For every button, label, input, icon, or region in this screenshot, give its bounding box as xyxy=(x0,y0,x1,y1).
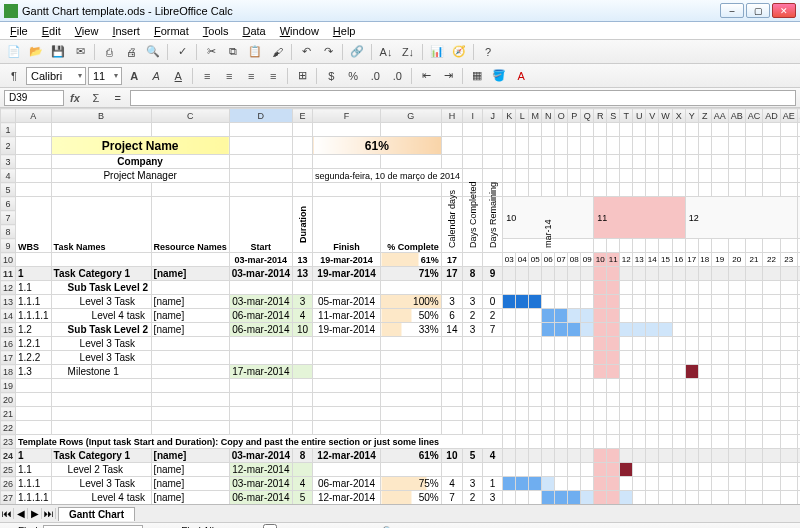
link-icon[interactable]: 🔗 xyxy=(347,42,367,62)
sort-asc-icon[interactable]: A↓ xyxy=(376,42,396,62)
bgcolor-icon[interactable]: 🪣 xyxy=(489,66,509,86)
help-icon[interactable]: ? xyxy=(478,42,498,62)
menu-help[interactable]: Help xyxy=(327,24,362,38)
close-button[interactable]: ✕ xyxy=(772,3,796,18)
tab-first-icon[interactable]: ⏮ xyxy=(0,508,14,519)
undo-icon[interactable]: ↶ xyxy=(296,42,316,62)
font-size[interactable]: 11 xyxy=(88,67,122,85)
bold-icon[interactable]: A xyxy=(124,66,144,86)
toolbar-formatting: ¶ Calibri 11 A A A ≡ ≡ ≡ ≡ ⊞ $ % .0 .0 ⇤… xyxy=(0,64,800,88)
del-dec-icon[interactable]: .0 xyxy=(387,66,407,86)
preview-icon[interactable]: 🔍 xyxy=(143,42,163,62)
email-icon[interactable]: ✉ xyxy=(70,42,90,62)
menu-insert[interactable]: Insert xyxy=(106,24,146,38)
align-left-icon[interactable]: ≡ xyxy=(197,66,217,86)
find-toolbar: ✕ Find ▲ ▼ Find All Match Case 🔍 xyxy=(0,522,800,528)
sort-desc-icon[interactable]: Z↓ xyxy=(398,42,418,62)
menu-tools[interactable]: Tools xyxy=(197,24,235,38)
pdf-icon[interactable]: ⎙ xyxy=(99,42,119,62)
menu-window[interactable]: Window xyxy=(274,24,325,38)
brush-icon[interactable]: 🖌 xyxy=(267,42,287,62)
navigator-icon[interactable]: 🧭 xyxy=(449,42,469,62)
cut-icon[interactable]: ✂ xyxy=(201,42,221,62)
minimize-button[interactable]: – xyxy=(720,3,744,18)
paste-icon[interactable]: 📋 xyxy=(245,42,265,62)
save-icon[interactable]: 💾 xyxy=(48,42,68,62)
sum-icon[interactable]: Σ xyxy=(86,88,106,108)
align-right-icon[interactable]: ≡ xyxy=(241,66,261,86)
sheet-tab[interactable]: Gantt Chart xyxy=(58,507,135,521)
inc-indent-icon[interactable]: ⇥ xyxy=(438,66,458,86)
currency-icon[interactable]: $ xyxy=(321,66,341,86)
cell-reference[interactable]: D39 xyxy=(4,90,64,106)
sheet-tabs: ⏮ ◀ ▶ ⏭ Gantt Chart xyxy=(0,504,800,522)
merge-icon[interactable]: ⊞ xyxy=(292,66,312,86)
fontcolor-icon[interactable]: A xyxy=(511,66,531,86)
tab-next-icon[interactable]: ▶ xyxy=(28,508,42,519)
copy-icon[interactable]: ⧉ xyxy=(223,42,243,62)
match-case-check[interactable]: Match Case xyxy=(220,524,376,529)
maximize-button[interactable]: ▢ xyxy=(746,3,770,18)
align-justify-icon[interactable]: ≡ xyxy=(263,66,283,86)
styles-icon[interactable]: ¶ xyxy=(4,66,24,86)
font-name[interactable]: Calibri xyxy=(26,67,86,85)
formula-input[interactable] xyxy=(130,90,796,106)
window-title: Gantt Chart template.ods - LibreOffice C… xyxy=(22,5,720,17)
align-center-icon[interactable]: ≡ xyxy=(219,66,239,86)
toolbar-standard: 📄 📂 💾 ✉ ⎙ 🖨 🔍 ✓ ✂ ⧉ 📋 🖌 ↶ ↷ 🔗 A↓ Z↓ 📊 🧭 … xyxy=(0,40,800,64)
spell-icon[interactable]: ✓ xyxy=(172,42,192,62)
print-icon[interactable]: 🖨 xyxy=(121,42,141,62)
menu-data[interactable]: Data xyxy=(236,24,271,38)
app-logo-icon xyxy=(4,4,18,18)
borders-icon[interactable]: ▦ xyxy=(467,66,487,86)
dec-indent-icon[interactable]: ⇤ xyxy=(416,66,436,86)
chart-icon[interactable]: 📊 xyxy=(427,42,447,62)
add-dec-icon[interactable]: .0 xyxy=(365,66,385,86)
redo-icon[interactable]: ↷ xyxy=(318,42,338,62)
menu-format[interactable]: Format xyxy=(148,24,195,38)
titlebar: Gantt Chart template.ods - LibreOffice C… xyxy=(0,0,800,22)
spreadsheet-grid[interactable]: ABCDEFGHIJKLMNOPQRSTUVWXYZAAABACADAEAFAG… xyxy=(0,108,800,504)
tab-last-icon[interactable]: ⏭ xyxy=(42,508,56,519)
open-icon[interactable]: 📂 xyxy=(26,42,46,62)
formula-bar: D39 fx Σ = xyxy=(0,88,800,108)
percent-icon[interactable]: % xyxy=(343,66,363,86)
menu-edit[interactable]: Edit xyxy=(36,24,67,38)
menu-view[interactable]: View xyxy=(69,24,105,38)
menubar: File Edit View Insert Format Tools Data … xyxy=(0,22,800,40)
underline-icon[interactable]: A xyxy=(168,66,188,86)
find-input[interactable] xyxy=(43,525,143,529)
tab-prev-icon[interactable]: ◀ xyxy=(14,508,28,519)
equals-icon[interactable]: = xyxy=(108,88,128,108)
menu-file[interactable]: File xyxy=(4,24,34,38)
new-icon[interactable]: 📄 xyxy=(4,42,24,62)
italic-icon[interactable]: A xyxy=(146,66,166,86)
fx-icon[interactable]: fx xyxy=(66,92,84,104)
